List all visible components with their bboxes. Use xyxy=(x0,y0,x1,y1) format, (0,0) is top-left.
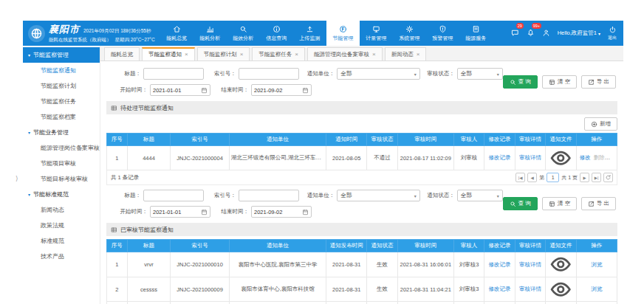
logout-button[interactable]: 退出 xyxy=(608,26,617,41)
nav-item-meter[interactable]: 计量管理 xyxy=(360,21,393,46)
end-date-input[interactable]: 2021-09-02 xyxy=(251,84,312,96)
tab-close-icon[interactable]: × xyxy=(185,52,188,58)
sidebar-group-header[interactable]: ▾节能业务管理 xyxy=(23,125,100,140)
approved-table-body: 1vrvrJNJC-2021000010襄阳市中心医院,襄阳市第三中学2021-… xyxy=(107,252,617,304)
sidebar-item[interactable]: 节能监察档案 xyxy=(23,109,100,125)
unit-select[interactable]: 全部 ▾ xyxy=(337,190,419,201)
messages-button[interactable]: 29 xyxy=(511,27,519,40)
cell: 浏览 xyxy=(576,277,617,301)
tab-item[interactable]: 能耗总览 xyxy=(104,47,140,61)
sidebar-item[interactable]: 新闻动态 xyxy=(23,202,100,218)
nav-item-energy[interactable]: 节能管理 xyxy=(326,21,360,46)
action-link[interactable]: 删除 xyxy=(594,154,605,161)
clear-button[interactable]: 清 空 xyxy=(542,197,577,210)
user-avatar-icon[interactable] xyxy=(542,27,550,40)
record-link[interactable]: 修改记录 xyxy=(489,261,511,268)
column-header: 序号 xyxy=(107,134,128,146)
action-link[interactable]: 修改 xyxy=(580,154,591,161)
first-page-button[interactable]: |◀ xyxy=(515,173,525,182)
last-page-button[interactable]: ▶| xyxy=(592,173,601,182)
title-input[interactable] xyxy=(143,190,204,201)
nav-item-label: 能源服务 xyxy=(465,35,486,42)
current-page-input[interactable]: 1 xyxy=(547,173,559,182)
tab-close-icon[interactable]: × xyxy=(417,52,420,58)
search-icon xyxy=(239,25,247,33)
nav-item-gear[interactable]: 系统管理 xyxy=(393,21,426,46)
unit-select[interactable]: 全部 ▾ xyxy=(337,68,419,80)
tab-item[interactable]: 节能监察计划× xyxy=(197,47,250,61)
detail-link[interactable]: 审核详情 xyxy=(519,261,541,268)
view-file-icon[interactable] xyxy=(549,252,572,276)
sidebar-item[interactable]: 节能监察计划 xyxy=(23,78,100,94)
sidebar-item[interactable]: 能源管理岗位备案审核 xyxy=(23,140,100,156)
cell: 浏览 xyxy=(576,252,617,277)
record-link[interactable]: 修改记录 xyxy=(489,154,511,161)
cell: 修改删除浏览 xyxy=(576,146,617,170)
audit-status-select[interactable]: 全部 ▾ xyxy=(457,68,503,80)
sidebar-item[interactable]: 节能项目审核 xyxy=(23,156,100,171)
action-link[interactable]: 浏览 xyxy=(591,286,602,292)
index-input[interactable] xyxy=(239,190,299,201)
sidebar-item[interactable]: 技术产品 xyxy=(23,249,100,264)
nav-item-home[interactable]: 能耗总览 xyxy=(160,21,193,46)
eye-icon xyxy=(549,277,572,301)
tab-close-icon[interactable]: × xyxy=(240,52,244,58)
notifications-button[interactable]: 99+ xyxy=(527,27,535,40)
nav-item-alert[interactable]: 预警管理 xyxy=(426,21,459,46)
sidebar-item[interactable]: 节能监察任务 xyxy=(23,94,100,109)
pending-table-body: 14444JNJC-2021000004湖北三环锻造有限公司,湖北三环车桥有限公… xyxy=(107,146,617,170)
search-button[interactable]: 查 询 xyxy=(503,75,538,89)
detail-link[interactable]: 审核详情 xyxy=(519,286,541,292)
sidebar-item[interactable]: 标准规范 xyxy=(23,233,100,249)
view-file-icon[interactable] xyxy=(549,277,572,301)
next-page-button[interactable]: ▶ xyxy=(580,173,589,182)
export-button[interactable]: 导 出 xyxy=(581,75,616,89)
chat-icon-wrap xyxy=(511,29,519,37)
sidebar-group-label: 节能业务管理 xyxy=(33,128,69,137)
tab-item[interactable]: 新闻动态× xyxy=(385,47,427,61)
user-menu[interactable]: Hello,政府监管1 ▾ xyxy=(558,30,600,37)
sidebar-item[interactable]: 政策法规 xyxy=(23,218,100,233)
clear-button[interactable]: 清 空 xyxy=(542,75,577,89)
sidebar-item[interactable]: 节能监察通知 xyxy=(23,63,100,78)
tab-close-icon[interactable]: × xyxy=(295,52,298,58)
start-date-input[interactable]: 2021-01-01 xyxy=(150,206,210,218)
pending-section-header: 待处理节能监察通知 xyxy=(106,101,617,114)
start-date-input[interactable]: 2021-01-01 xyxy=(150,84,210,96)
nav-item-label: 节能管理 xyxy=(332,35,353,42)
view-file-icon[interactable] xyxy=(549,146,572,170)
gear-icon xyxy=(405,25,414,33)
cell: 修改记录 xyxy=(484,146,515,170)
sidebar-group-header[interactable]: ▾节能监察管理 xyxy=(23,47,100,63)
end-date-input[interactable]: 2021-09-02 xyxy=(251,206,312,218)
title-input[interactable] xyxy=(143,68,204,80)
nav-item-upload[interactable]: 上传监测 xyxy=(293,21,326,46)
add-button[interactable]: 新增 xyxy=(584,117,617,131)
record-link[interactable]: 修改记录 xyxy=(489,286,511,292)
detail-link[interactable]: 审核详情 xyxy=(519,154,541,161)
prev-page-button[interactable]: ◀ xyxy=(527,173,537,182)
notify-status-select[interactable]: 全部 ▾ xyxy=(457,190,503,201)
search-button[interactable]: 查 询 xyxy=(503,197,538,210)
tab-item[interactable]: 节能监察通知× xyxy=(142,47,195,61)
action-link[interactable]: 浏览 xyxy=(591,261,602,268)
sidebar-group-header[interactable]: ▾节能标准规范 xyxy=(23,187,100,202)
tab-item[interactable]: 能源管理岗位备案审核× xyxy=(307,47,383,61)
tab-item[interactable]: 节能监察任务× xyxy=(252,47,305,61)
nav-item-chart[interactable]: 能耗分析 xyxy=(193,21,227,46)
cell: cessss xyxy=(127,277,171,301)
nav-item-search[interactable]: 能效分析 xyxy=(227,21,260,46)
cell: 审核详情 xyxy=(515,146,545,170)
nav-item-service[interactable]: 能源服务 xyxy=(459,21,493,46)
export-button[interactable]: 导 出 xyxy=(581,197,616,210)
tab-close-icon[interactable]: × xyxy=(372,52,376,58)
nav-item-info[interactable]: 信息查询 xyxy=(260,21,293,46)
sidebar-item[interactable]: 节能目标考核审核 xyxy=(23,171,100,187)
export-icon xyxy=(588,201,595,207)
refresh-button[interactable] xyxy=(603,173,613,182)
meter-icon xyxy=(372,25,380,33)
sidebar-collapse-handle[interactable]: ⟩ xyxy=(16,175,18,182)
index-input[interactable] xyxy=(239,68,299,80)
cell xyxy=(546,277,576,301)
grid-icon xyxy=(111,227,117,233)
